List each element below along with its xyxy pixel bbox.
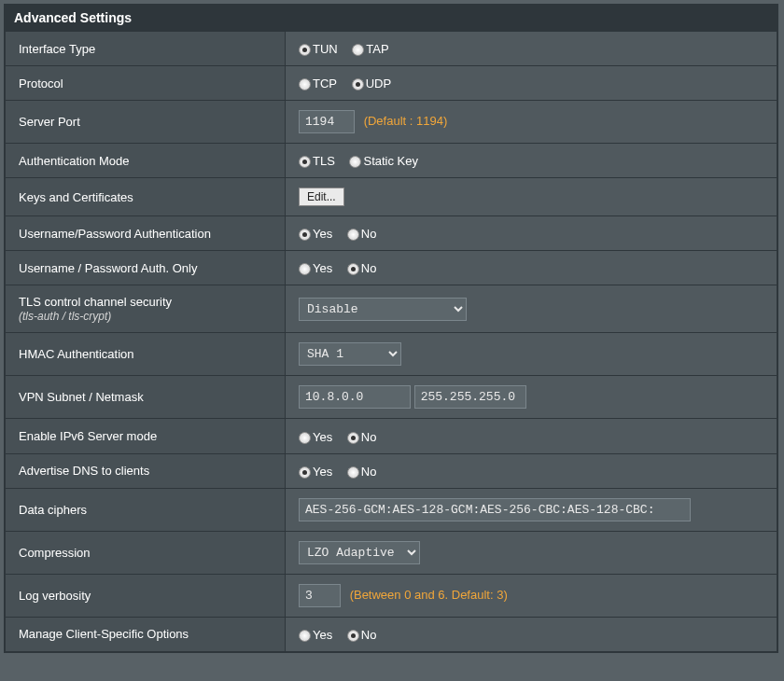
- advertise-dns-no[interactable]: No: [347, 465, 377, 479]
- interface-type-label: Interface Type: [6, 32, 286, 66]
- edit-keys-button[interactable]: Edit...: [299, 188, 344, 206]
- server-port-input[interactable]: [299, 110, 355, 133]
- radio-ipv6-no[interactable]: [347, 432, 359, 444]
- settings-table: Interface Type TUN TAP Protocol TCP UDP …: [5, 31, 777, 652]
- auth-mode-group: TLS Static Key: [299, 153, 429, 167]
- advanced-settings-panel: Advanced Settings Interface Type TUN TAP…: [4, 4, 778, 653]
- compression-label: Compression: [6, 531, 286, 574]
- compression-select[interactable]: LZO Adaptive: [299, 541, 420, 564]
- userpass-only-group: Yes No: [299, 260, 387, 274]
- data-ciphers-input[interactable]: [299, 498, 691, 521]
- server-port-label: Server Port: [6, 101, 286, 144]
- auth-mode-static[interactable]: Static Key: [349, 154, 418, 168]
- radio-client-no[interactable]: [347, 630, 359, 642]
- radio-tap[interactable]: [352, 44, 364, 56]
- tls-control-sublabel: (tls-auth / tls-crypt): [19, 310, 111, 323]
- vpn-subnet-input[interactable]: [299, 385, 411, 409]
- ipv6-yes[interactable]: Yes: [299, 430, 332, 444]
- interface-type-group: TUN TAP: [299, 41, 400, 55]
- radio-dns-yes[interactable]: [299, 466, 311, 479]
- protocol-label: Protocol: [6, 66, 286, 101]
- protocol-udp[interactable]: UDP: [352, 76, 391, 90]
- tls-control-select[interactable]: Disable: [299, 298, 467, 321]
- ipv6-group: Yes No: [299, 428, 387, 442]
- log-verbosity-hint: (Between 0 and 6. Default: 3): [350, 588, 508, 602]
- client-specific-group: Yes No: [299, 627, 387, 641]
- radio-dns-no[interactable]: [347, 466, 359, 479]
- userpass-only-label: Username / Password Auth. Only: [6, 251, 286, 285]
- userpass-only-no[interactable]: No: [347, 261, 377, 275]
- data-ciphers-label: Data ciphers: [6, 488, 286, 531]
- client-specific-label: Manage Client-Specific Options: [6, 617, 286, 651]
- radio-static[interactable]: [349, 156, 361, 168]
- radio-tcp[interactable]: [299, 78, 311, 90]
- client-specific-no[interactable]: No: [347, 628, 377, 642]
- log-verbosity-input[interactable]: [299, 584, 341, 607]
- radio-tls[interactable]: [299, 156, 311, 168]
- userpass-auth-label: Username/Password Authentication: [6, 216, 286, 251]
- log-verbosity-label: Log verbosity: [6, 574, 286, 617]
- radio-userpass-yes[interactable]: [299, 229, 311, 241]
- radio-userpassonly-yes[interactable]: [299, 263, 311, 275]
- protocol-tcp[interactable]: TCP: [299, 76, 337, 90]
- hmac-label: HMAC Authentication: [6, 333, 286, 376]
- ipv6-label: Enable IPv6 Server mode: [6, 419, 286, 453]
- vpn-netmask-input[interactable]: [414, 385, 526, 409]
- userpass-auth-group: Yes No: [299, 226, 387, 240]
- auth-mode-tls[interactable]: TLS: [299, 154, 335, 168]
- radio-udp[interactable]: [352, 78, 364, 90]
- advertise-dns-yes[interactable]: Yes: [299, 465, 332, 479]
- advertise-dns-label: Advertise DNS to clients: [6, 453, 286, 488]
- auth-mode-label: Authentication Mode: [6, 144, 286, 178]
- vpn-subnet-label: VPN Subnet / Netmask: [6, 376, 286, 419]
- userpass-only-yes[interactable]: Yes: [299, 261, 332, 275]
- server-port-hint: (Default : 1194): [364, 114, 448, 128]
- client-specific-yes[interactable]: Yes: [299, 628, 332, 642]
- advertise-dns-group: Yes No: [299, 464, 387, 478]
- ipv6-no[interactable]: No: [347, 430, 377, 444]
- interface-type-tap[interactable]: TAP: [352, 42, 388, 56]
- hmac-select[interactable]: SHA 1: [299, 342, 401, 366]
- radio-tun[interactable]: [299, 44, 311, 56]
- panel-header: Advanced Settings: [5, 5, 777, 31]
- keys-certs-label: Keys and Certificates: [6, 178, 286, 216]
- protocol-group: TCP UDP: [299, 76, 402, 90]
- userpass-auth-yes[interactable]: Yes: [299, 227, 332, 241]
- tls-control-label: TLS control channel security (tls-auth /…: [6, 285, 286, 333]
- radio-ipv6-yes[interactable]: [299, 432, 311, 444]
- radio-client-yes[interactable]: [299, 630, 311, 642]
- userpass-auth-no[interactable]: No: [347, 227, 377, 241]
- radio-userpassonly-no[interactable]: [347, 263, 359, 275]
- radio-userpass-no[interactable]: [347, 229, 359, 241]
- interface-type-tun[interactable]: TUN: [299, 42, 338, 56]
